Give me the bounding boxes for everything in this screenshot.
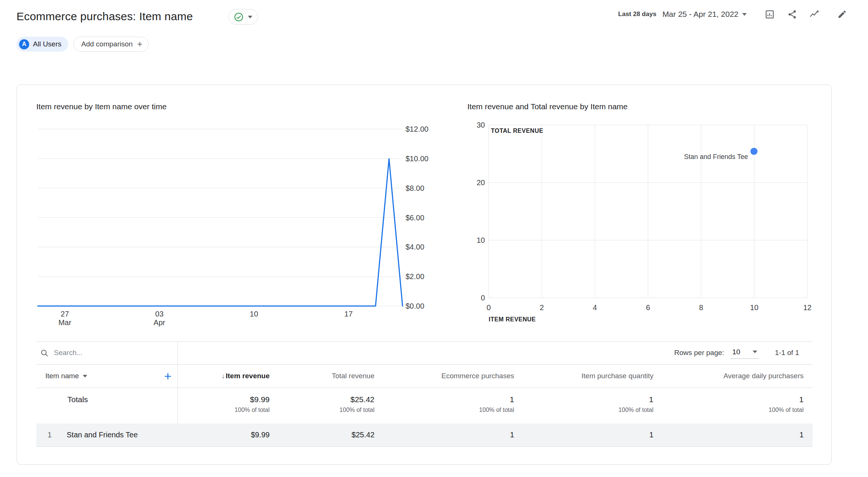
totals-cell: 1100% of total <box>514 388 653 424</box>
svg-text:$10.00: $10.00 <box>406 155 428 163</box>
date-range-selector[interactable]: Mar 25 - Apr 21, 2022 <box>662 10 747 19</box>
svg-text:$8.00: $8.00 <box>406 184 424 192</box>
line-chart-title: Item revenue by Item name over time <box>36 102 167 111</box>
table-bottom-border <box>36 446 813 447</box>
row-index: 1 <box>36 431 67 439</box>
report-toolbar <box>762 7 849 21</box>
svg-text:03: 03 <box>155 310 164 318</box>
totals-cell: 1100% of total <box>653 388 804 424</box>
date-range-label: Mar 25 - Apr 21, 2022 <box>662 10 738 19</box>
search-icon <box>40 349 49 357</box>
svg-text:Apr: Apr <box>154 318 165 327</box>
share-icon <box>787 9 797 19</box>
scatter-chart-title: Item revenue and Total revenue by Item n… <box>467 102 628 111</box>
svg-text:$6.00: $6.00 <box>406 214 424 222</box>
svg-text:ITEM REVENUE: ITEM REVENUE <box>489 316 536 322</box>
report-card: Item revenue by Item name over time Item… <box>16 85 832 465</box>
totals-cell: $25.42100% of total <box>270 388 374 424</box>
totals-cell: $9.99100% of total <box>177 388 270 424</box>
chevron-down-icon <box>83 375 87 377</box>
revenue-scatter-chart: 0246810120102030TOTAL REVENUEITEM REVENU… <box>472 120 828 330</box>
edit-chart-icon <box>765 9 775 19</box>
customize-report-button[interactable] <box>762 7 777 21</box>
svg-text:$12.00: $12.00 <box>406 125 428 133</box>
search-input[interactable] <box>54 349 140 357</box>
comparison-label: All Users <box>33 40 61 48</box>
comparison-bar: A All Users Add comparison + <box>16 37 149 52</box>
row-cell: $9.99 <box>177 431 270 439</box>
rows-per-page-label: Rows per page: <box>674 349 724 357</box>
insights-icon <box>809 9 820 19</box>
svg-text:Mar: Mar <box>58 318 72 327</box>
svg-text:Stan and Friends Tee: Stan and Friends Tee <box>684 153 748 160</box>
add-comparison-button[interactable]: Add comparison + <box>73 37 149 52</box>
svg-text:$0.00: $0.00 <box>406 302 424 310</box>
rows-per-page-select[interactable]: 10 <box>730 347 759 359</box>
edit-report-button[interactable] <box>835 7 849 21</box>
svg-text:TOTAL REVENUE: TOTAL REVENUE <box>491 128 543 134</box>
insights-button[interactable] <box>807 7 822 21</box>
chevron-down-icon <box>753 351 757 353</box>
svg-text:30: 30 <box>477 121 485 129</box>
row-cell: $25.42 <box>270 431 374 439</box>
row-cell: 1 <box>514 431 653 439</box>
column-header-average-daily-purchasers[interactable]: Average daily purchasers <box>653 372 804 380</box>
date-preset-label: Last 28 days <box>618 10 656 18</box>
table-controls-row: Rows per page: 10 1-1 of 1 <box>36 341 813 364</box>
totals-row: Totals $9.99100% of total $25.42100% of … <box>36 388 813 424</box>
column-header-item-purchase-quantity[interactable]: Item purchase quantity <box>514 372 653 380</box>
svg-text:4: 4 <box>593 303 597 312</box>
row-cell: 1 <box>653 431 804 439</box>
sort-desc-icon: ↓ <box>222 372 225 380</box>
column-header-ecommerce-purchases[interactable]: Ecommerce purchases <box>374 372 514 380</box>
column-header-item-revenue[interactable]: ↓ Item revenue <box>177 372 270 380</box>
pencil-icon <box>837 9 847 19</box>
totals-cell: 1100% of total <box>374 388 514 424</box>
all-users-chip[interactable]: A All Users <box>16 37 68 52</box>
chevron-down-icon <box>742 13 747 16</box>
item-revenue-line-chart: $12.00$10.00$8.00$6.00$4.00$2.00$0.0027M… <box>23 124 450 332</box>
page-info: 1-1 of 1 <box>775 349 799 357</box>
svg-text:10: 10 <box>477 236 485 244</box>
table-row: 1 Stan and Friends Tee $9.99 $25.42 1 1 … <box>36 424 813 446</box>
report-status-button[interactable] <box>228 9 258 25</box>
table-header-row: Item name + ↓ Item revenue Total revenue… <box>36 364 813 388</box>
share-button[interactable] <box>785 7 799 21</box>
svg-text:27: 27 <box>61 310 69 318</box>
totals-label: Totals <box>36 388 177 424</box>
pagination-cluster: Rows per page: 10 1-1 of 1 <box>674 347 813 359</box>
svg-text:8: 8 <box>699 303 703 312</box>
svg-text:12: 12 <box>803 303 811 312</box>
header-actions: Last 28 days Mar 25 - Apr 21, 2022 <box>618 6 849 22</box>
column-header-total-revenue[interactable]: Total revenue <box>270 372 374 380</box>
svg-text:2: 2 <box>540 303 544 312</box>
page-title: Ecommerce purchases: Item name <box>16 10 193 23</box>
svg-text:10: 10 <box>250 310 258 318</box>
svg-text:0: 0 <box>486 303 491 312</box>
svg-text:0: 0 <box>481 294 485 302</box>
table-search <box>36 349 177 357</box>
add-column-button[interactable]: + <box>164 370 172 382</box>
column-header-item-name[interactable]: Item name + <box>36 370 177 382</box>
svg-text:10: 10 <box>750 303 758 312</box>
svg-text:17: 17 <box>345 310 353 318</box>
comparison-a-avatar: A <box>19 39 29 49</box>
row-item-name: Stan and Friends Tee <box>67 431 138 439</box>
svg-text:20: 20 <box>477 178 485 187</box>
chevron-down-icon <box>248 16 252 18</box>
svg-text:6: 6 <box>646 303 650 312</box>
plus-icon: + <box>137 40 142 49</box>
check-circle-icon <box>234 12 243 22</box>
svg-text:$4.00: $4.00 <box>406 243 424 251</box>
svg-text:$2.00: $2.00 <box>406 272 424 281</box>
row-cell: 1 <box>374 431 514 439</box>
